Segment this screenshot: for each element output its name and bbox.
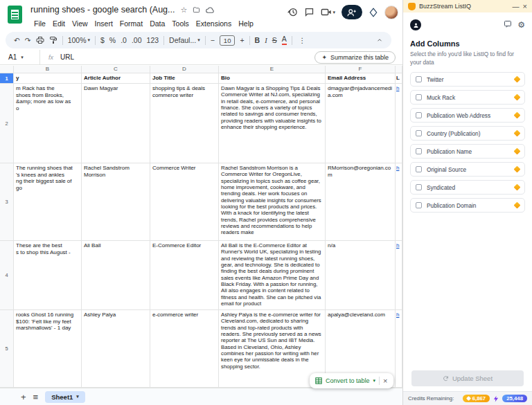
sheet-tab-caret-icon[interactable]: ▾	[76, 394, 79, 399]
format-currency-button[interactable]: $	[100, 36, 105, 44]
column-header-C[interactable]: C	[82, 66, 150, 73]
italic-button[interactable]: I	[265, 37, 267, 44]
cell-B5[interactable]: rooks Ghost 16 running $100: 'Felt like …	[14, 310, 82, 388]
meet-video-icon[interactable]: ▾	[321, 8, 335, 17]
font-family-select[interactable]: Defaul...▾	[169, 36, 200, 44]
convert-caret-icon[interactable]: ▾	[373, 378, 376, 384]
row-header-4[interactable]: 4	[0, 241, 14, 310]
cell-E1[interactable]: Bio	[219, 73, 326, 84]
checkbox[interactable]	[416, 184, 422, 190]
cell-F2[interactable]: dmagyar@njadvancemedia.com	[326, 84, 396, 163]
decrease-font-size-button[interactable]: −	[211, 36, 215, 44]
cell-D2[interactable]: shopping tips & deals commerce writer	[150, 84, 219, 163]
name-box[interactable]: A1 ▾	[0, 50, 40, 64]
cell-D5[interactable]: e-commerce writer	[150, 310, 219, 388]
all-sheets-button[interactable]: ≡	[33, 392, 39, 402]
collapse-toolbar-icon[interactable]	[376, 37, 383, 44]
menu-view[interactable]: View	[69, 19, 91, 28]
cell-C5[interactable]: Ashley Palya	[82, 310, 150, 388]
zoom-select[interactable]: 100%▾	[68, 36, 90, 44]
menu-tools[interactable]: Tools	[168, 19, 193, 28]
cell-C2[interactable]: Dawn Magyar	[82, 84, 150, 163]
checkbox[interactable]	[416, 130, 422, 136]
menu-edit[interactable]: Edit	[49, 19, 69, 28]
panel-close-icon[interactable]: ×	[523, 2, 527, 10]
strikethrough-button[interactable]: S	[272, 36, 277, 44]
star-icon[interactable]: ☆	[180, 6, 187, 15]
column-option-country-publication[interactable]: Country (Publication)	[410, 126, 525, 141]
menu-file[interactable]: File	[30, 19, 49, 28]
add-sheet-button[interactable]: +	[21, 392, 26, 402]
share-button[interactable]	[342, 5, 362, 19]
sheet-tab-active[interactable]: Sheet1 ▾	[45, 391, 85, 403]
column-option-publication-web-address[interactable]: Publication Web Address	[410, 108, 525, 123]
settings-gear-icon[interactable]: ⚙	[517, 21, 525, 29]
cell-C4[interactable]: Ali Ball	[82, 241, 150, 310]
menu-insert[interactable]: Insert	[91, 19, 116, 28]
cell-F3[interactable]: RMorrison@oregonian.com	[326, 163, 396, 241]
cell-G5[interactable]: h	[396, 310, 402, 388]
more-formats-button[interactable]: 123	[147, 36, 159, 44]
column-option-publication-name[interactable]: Publication Name	[410, 144, 525, 159]
cell-D4[interactable]: E-Commerce Editor	[150, 241, 219, 310]
cell-B2[interactable]: m Rack has the shoes from Brooks, &amp; …	[14, 84, 82, 163]
column-header-B[interactable]: B	[14, 66, 82, 73]
cell-G1[interactable]: L	[396, 73, 402, 84]
checkbox[interactable]	[416, 166, 422, 172]
account-icon[interactable]	[410, 19, 421, 30]
cell-B3[interactable]: The running shoes that 's knees and ankl…	[14, 163, 82, 241]
redo-button[interactable]: ↷	[25, 36, 31, 44]
version-history-icon[interactable]	[287, 7, 298, 17]
cell-D1[interactable]: Job Title	[150, 73, 219, 84]
undo-button[interactable]: ↶	[14, 36, 20, 44]
convert-to-table-pill[interactable]: Convert to table ▾ ×	[310, 373, 393, 388]
increase-decimal-button[interactable]: .00	[132, 36, 142, 44]
formula-input[interactable]: URL	[60, 53, 74, 61]
cell-G2[interactable]: h	[396, 84, 402, 163]
format-percent-button[interactable]: %	[109, 36, 116, 44]
summarize-table-button[interactable]: ✦ Summarize this table	[314, 51, 396, 64]
increase-font-size-button[interactable]: +	[240, 36, 244, 44]
gemini-gem-icon[interactable]	[369, 8, 378, 17]
cell-B1[interactable]: y	[14, 73, 82, 84]
row-header-1[interactable]: 1	[0, 73, 14, 84]
update-sheet-button[interactable]: Update Sheet	[411, 370, 524, 386]
print-button[interactable]	[36, 36, 44, 44]
dismiss-pill-icon[interactable]: ×	[383, 377, 387, 385]
cell-G4[interactable]: h	[396, 241, 402, 310]
row-header-2[interactable]: 2	[0, 84, 14, 163]
cell-D3[interactable]: Commerce Writer	[150, 163, 219, 241]
menu-extensions[interactable]: Extensions	[193, 19, 235, 28]
checkbox[interactable]	[416, 94, 422, 100]
column-option-original-source[interactable]: Original Source	[410, 162, 525, 177]
column-option-twitter[interactable]: Twitter	[410, 72, 525, 87]
row-header-5[interactable]: 5	[0, 310, 14, 388]
column-header-F[interactable]: F	[326, 66, 396, 73]
column-option-syndicated[interactable]: Syndicated	[410, 180, 525, 195]
column-option-publication-domain[interactable]: Publication Domain	[410, 198, 525, 213]
decrease-decimal-button[interactable]: .0	[121, 36, 127, 44]
row-header-3[interactable]: 3	[0, 163, 14, 241]
toolbar-more-button[interactable]: ⋮	[299, 36, 306, 44]
cell-F1[interactable]: Email Address	[326, 73, 396, 84]
cell-C1[interactable]: Article Author	[82, 73, 150, 84]
cell-C3[interactable]: Rachel Sandstrom Morrison	[82, 163, 150, 241]
cell-G3[interactable]: h	[396, 163, 402, 241]
sheets-logo-icon[interactable]	[8, 6, 22, 24]
feedback-icon[interactable]	[504, 19, 512, 31]
checkbox[interactable]	[416, 148, 422, 154]
checkbox[interactable]	[416, 202, 422, 208]
menu-format[interactable]: Format	[116, 19, 146, 28]
bold-button[interactable]: B	[255, 36, 260, 44]
menu-help[interactable]: Help	[235, 19, 257, 28]
cell-E2[interactable]: Dawn Magyar is a Shopping Tips & Deals C…	[219, 84, 326, 163]
column-option-muck-rack[interactable]: Muck Rack	[410, 90, 525, 105]
checkbox[interactable]	[416, 112, 422, 118]
paint-format-button[interactable]	[49, 36, 57, 44]
cell-B4[interactable]: These are the best s to shop this August…	[14, 241, 82, 310]
text-color-button[interactable]: A	[282, 35, 287, 45]
cell-E4[interactable]: Ali Ball is the E-Commerce Editor at Run…	[219, 241, 326, 310]
column-header-E[interactable]: E	[219, 66, 326, 73]
comments-icon[interactable]	[304, 7, 314, 17]
cell-F4[interactable]: n/a	[326, 241, 396, 310]
